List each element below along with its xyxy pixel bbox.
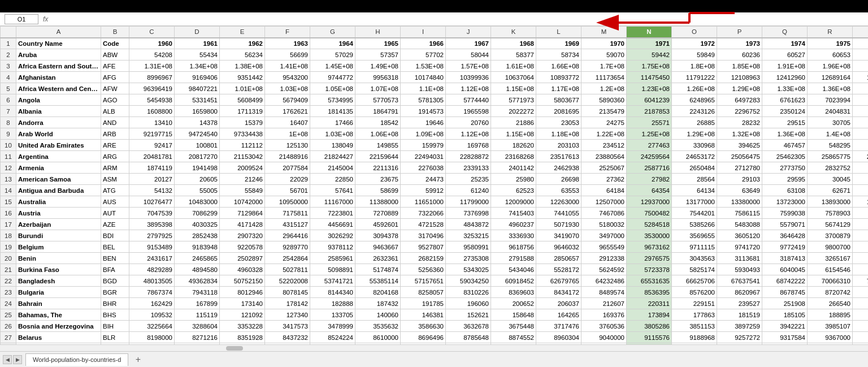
cell-r16-c9[interactable]: 7376998 <box>446 208 491 219</box>
cell-r15-c17[interactable]: 13893000 <box>808 196 853 208</box>
cell-r8-c4[interactable]: 15379 <box>220 117 265 128</box>
cell-r2-c12[interactable]: 59070 <box>581 49 627 61</box>
cell-r18-c18[interactable]: 3770870 <box>853 230 869 241</box>
cell-r8-c10[interactable]: 21886 <box>491 117 536 128</box>
cell-r7-c6[interactable]: 1814135 <box>310 106 355 117</box>
cell-r21-c4[interactable]: 4960328 <box>220 264 265 275</box>
cell-r14-c6[interactable]: 57641 <box>310 185 355 196</box>
cell-r2-c6[interactable]: 57029 <box>310 49 355 61</box>
col-header-j[interactable]: J <box>446 27 491 38</box>
tab-prev-btn[interactable]: ◀ <box>3 355 12 364</box>
cell-r14-c10[interactable]: 62523 <box>491 185 536 196</box>
cell-r23-c1[interactable]: BGR <box>101 287 129 298</box>
cell-r18-c10[interactable]: 3336930 <box>491 230 536 241</box>
cell-r3-c5[interactable]: 1.41E+08 <box>265 61 310 72</box>
cell-r23-c9[interactable]: 8310226 <box>446 287 491 298</box>
cell-r13-c1[interactable]: ASM <box>101 174 129 185</box>
cell-r20-c11[interactable]: 2850657 <box>536 253 581 264</box>
cell-r14-c2[interactable]: 54132 <box>129 185 175 196</box>
tab-next-btn[interactable]: ▶ <box>13 355 22 364</box>
cell-r2-c16[interactable]: 60527 <box>762 49 808 61</box>
cell-r2-c9[interactable]: 58044 <box>446 49 491 61</box>
cell-r25-c1[interactable]: BHS <box>101 309 129 321</box>
cell-r17-c1[interactable]: AZE <box>101 219 129 230</box>
cell-r26-c17[interactable]: 3985107 <box>808 321 853 332</box>
cell-r7-c11[interactable]: 2081695 <box>536 106 581 117</box>
cell-r9-c10[interactable]: 1.15E+08 <box>491 128 536 140</box>
cell-r16-c16[interactable]: 7599038 <box>762 208 808 219</box>
cell-r22-c5[interactable]: 52202008 <box>265 275 310 287</box>
cell-r10-c14[interactable]: 330968 <box>672 140 717 151</box>
cell-r13-c3[interactable]: 20605 <box>175 174 220 185</box>
cell-r23-c5[interactable]: 8078145 <box>265 287 310 298</box>
cell-r12-c18[interactable]: 2889583 <box>853 162 869 174</box>
cell-r17-c5[interactable]: 4315127 <box>265 219 310 230</box>
cell-r15-c6[interactable]: 11167000 <box>310 196 355 208</box>
cell-r27-c1[interactable]: BLR <box>101 332 129 343</box>
cell-r24-c18[interactable]: 283746 <box>853 298 869 309</box>
cell-r8-c12[interactable]: 24275 <box>581 117 627 128</box>
cell-r12-c4[interactable]: 2009524 <box>220 162 265 174</box>
cell-r27-c15[interactable]: 9257272 <box>717 332 762 343</box>
cell-r3-c13[interactable]: 1.75E+08 <box>627 61 672 72</box>
cell-r21-c14[interactable]: 5825174 <box>672 264 717 275</box>
cell-r20-c5[interactable]: 2542864 <box>265 253 310 264</box>
cell-r2-c3[interactable]: 55434 <box>175 49 220 61</box>
cell-r13-c18[interactable]: 30455 <box>853 174 869 185</box>
cell-r13-c13[interactable]: 27982 <box>627 174 672 185</box>
cell-r11-c16[interactable]: 25462305 <box>762 151 808 162</box>
cell-r27-c2[interactable]: 8198000 <box>129 332 175 343</box>
cell-r14-c5[interactable]: 56701 <box>265 185 310 196</box>
cell-r20-c2[interactable]: 2431617 <box>129 253 175 264</box>
cell-r15-c12[interactable]: 12507000 <box>581 196 627 208</box>
cell-r12-c10[interactable]: 2401142 <box>491 162 536 174</box>
cell-r3-c7[interactable]: 1.49E+08 <box>355 61 401 72</box>
cell-r25-c12[interactable]: 169376 <box>581 309 627 321</box>
cell-r10-c4[interactable]: 112112 <box>220 140 265 151</box>
cell-r25-c13[interactable]: 173894 <box>627 309 672 321</box>
cell-r18-c0[interactable]: Burundi <box>16 230 101 241</box>
cell-r26-c6[interactable]: 3478999 <box>310 321 355 332</box>
cell-r18-c16[interactable]: 3646428 <box>762 230 808 241</box>
col-header-e[interactable]: E <box>220 27 265 38</box>
cell-r15-c4[interactable]: 10742000 <box>220 196 265 208</box>
cell-r12-c3[interactable]: 1941498 <box>175 162 220 174</box>
cell-r26-c4[interactable]: 3353228 <box>220 321 265 332</box>
cell-r21-c17[interactable]: 6154546 <box>808 264 853 275</box>
cell-r7-c13[interactable]: 2187853 <box>627 106 672 117</box>
cell-r5-c18[interactable]: 1.4E+08 <box>853 83 869 94</box>
col-header-p[interactable]: P <box>717 27 762 38</box>
cell-r3-c1[interactable]: AFE <box>101 61 129 72</box>
cell-r27-c6[interactable]: 8524224 <box>310 332 355 343</box>
cell-r3-c6[interactable]: 1.45E+08 <box>310 61 355 72</box>
cell-r12-c9[interactable]: 2339133 <box>446 162 491 174</box>
cell-r19-c14[interactable]: 9711115 <box>672 241 717 253</box>
cell-r20-c4[interactable]: 2502897 <box>220 253 265 264</box>
cell-r26-c5[interactable]: 3417573 <box>265 321 310 332</box>
cell-r20-c10[interactable]: 2791588 <box>491 253 536 264</box>
cell-r6-c18[interactable]: 7279630 <box>853 94 869 106</box>
cell-r23-c3[interactable]: 7943118 <box>175 287 220 298</box>
horizontal-scrollbar[interactable] <box>0 344 868 351</box>
cell-r22-c13[interactable]: 65531635 <box>627 275 672 287</box>
cell-r12-c7[interactable]: 2211316 <box>355 162 401 174</box>
cell-r11-c5[interactable]: 21488916 <box>265 151 310 162</box>
cell-r18-c7[interactable]: 3094378 <box>355 230 401 241</box>
cell-r15-c15[interactable]: 13380000 <box>717 196 762 208</box>
cell-r8-c6[interactable]: 17466 <box>310 117 355 128</box>
cell-r15-c9[interactable]: 11799000 <box>446 196 491 208</box>
cell-r7-c17[interactable]: 2404831 <box>808 106 853 117</box>
cell-r11-c15[interactable]: 25056475 <box>717 151 762 162</box>
cell-r17-c17[interactable]: 5674129 <box>808 219 853 230</box>
cell-r13-c12[interactable]: 27362 <box>581 174 627 185</box>
cell-r20-c14[interactable]: 3043563 <box>672 253 717 264</box>
cell-r22-c17[interactable]: 70066310 <box>808 275 853 287</box>
cell-r2-c5[interactable]: 56699 <box>265 49 310 61</box>
cell-r19-c18[interactable]: 9818227 <box>853 241 869 253</box>
cell-r21-c16[interactable]: 6040045 <box>762 264 808 275</box>
cell-r7-c4[interactable]: 1711319 <box>220 106 265 117</box>
cell-r3-c11[interactable]: 1.66E+08 <box>536 61 581 72</box>
cell-r12-c13[interactable]: 2587716 <box>627 162 672 174</box>
cell-r25-c9[interactable]: 152621 <box>446 309 491 321</box>
cell-r12-c11[interactable]: 2462938 <box>536 162 581 174</box>
